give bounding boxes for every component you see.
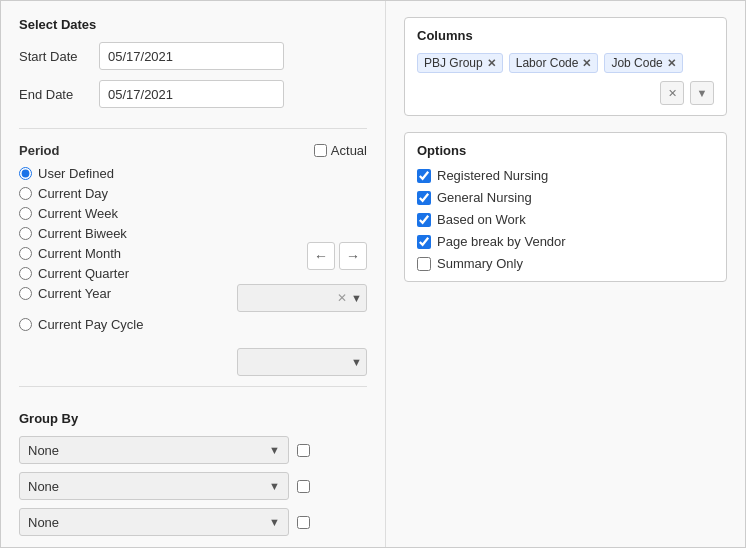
- radio-current-pay-cycle[interactable]: Current Pay Cycle: [19, 317, 237, 332]
- right-panel: Columns PBJ Group ✕ Labor Code ✕ Job Cod…: [386, 1, 745, 547]
- radio-current-week-label: Current Week: [38, 206, 118, 221]
- columns-section: Columns PBJ Group ✕ Labor Code ✕ Job Cod…: [404, 17, 727, 116]
- start-date-row: Start Date: [19, 42, 367, 70]
- group-by-select-2[interactable]: None ▼: [19, 472, 289, 500]
- radio-current-quarter-label: Current Quarter: [38, 266, 129, 281]
- option-general-nursing-label: General Nursing: [437, 190, 532, 205]
- tag-pbj-group: PBJ Group ✕: [417, 53, 503, 73]
- prev-button[interactable]: ←: [307, 242, 335, 270]
- radio-current-year-input[interactable]: [19, 287, 32, 300]
- period-left: User Defined Current Day Current Week: [19, 166, 237, 376]
- option-registered-nursing[interactable]: Registered Nursing: [417, 168, 714, 183]
- option-page-break-vendor-checkbox[interactable]: [417, 235, 431, 249]
- tag-labor-code: Labor Code ✕: [509, 53, 599, 73]
- radio-current-day-label: Current Day: [38, 186, 108, 201]
- quarter-dropdown[interactable]: ✕ ▼: [237, 284, 367, 312]
- group-by-chevron-3: ▼: [269, 516, 280, 528]
- tag-job-code-label: Job Code: [611, 56, 662, 70]
- group-by-value-2: None: [28, 479, 59, 494]
- period-section: Period Actual User Defined Curre: [19, 143, 367, 376]
- radio-user-defined-label: User Defined: [38, 166, 114, 181]
- main-container: Select Dates Start Date End Date Period …: [0, 0, 746, 548]
- tag-pbj-group-remove[interactable]: ✕: [487, 57, 496, 70]
- group-by-select-3[interactable]: None ▼: [19, 508, 289, 536]
- columns-dropdown-button[interactable]: ▼: [690, 81, 714, 105]
- divider-1: [19, 128, 367, 129]
- actual-checkbox[interactable]: [314, 144, 327, 157]
- option-based-on-work-label: Based on Work: [437, 212, 526, 227]
- start-date-label: Start Date: [19, 49, 99, 64]
- period-right: ← → ✕ ▼ ▼: [237, 166, 367, 376]
- radio-current-week-input[interactable]: [19, 207, 32, 220]
- group-by-title: Group By: [19, 411, 367, 426]
- pay-cycle-dropdown[interactable]: ▼: [237, 348, 367, 376]
- pay-cycle-dropdown-chevron[interactable]: ▼: [351, 356, 362, 368]
- radio-user-defined[interactable]: User Defined: [19, 166, 237, 181]
- radio-current-week[interactable]: Current Week: [19, 206, 237, 221]
- group-by-value-1: None: [28, 443, 59, 458]
- radio-current-pay-cycle-label: Current Pay Cycle: [38, 317, 143, 332]
- radio-current-day[interactable]: Current Day: [19, 186, 237, 201]
- next-button[interactable]: →: [339, 242, 367, 270]
- tag-labor-code-label: Labor Code: [516, 56, 579, 70]
- radio-current-day-input[interactable]: [19, 187, 32, 200]
- tag-job-code-remove[interactable]: ✕: [667, 57, 676, 70]
- option-general-nursing-checkbox[interactable]: [417, 191, 431, 205]
- option-registered-nursing-checkbox[interactable]: [417, 169, 431, 183]
- group-by-section: Group By None ▼ None ▼ None ▼: [19, 411, 367, 544]
- start-date-input[interactable]: [99, 42, 284, 70]
- tag-job-code: Job Code ✕: [604, 53, 682, 73]
- select-dates-title: Select Dates: [19, 17, 367, 32]
- radio-current-pay-cycle-input[interactable]: [19, 318, 32, 331]
- option-summary-only-checkbox[interactable]: [417, 257, 431, 271]
- option-registered-nursing-label: Registered Nursing: [437, 168, 548, 183]
- period-options: User Defined Current Day Current Week: [19, 166, 367, 376]
- columns-tags: PBJ Group ✕ Labor Code ✕ Job Code ✕: [417, 53, 714, 73]
- quarter-dropdown-x[interactable]: ✕: [337, 291, 347, 305]
- actual-text: Actual: [331, 143, 367, 158]
- option-page-break-vendor[interactable]: Page break by Vendor: [417, 234, 714, 249]
- radio-current-year[interactable]: Current Year: [19, 286, 237, 301]
- divider-2: [19, 386, 367, 387]
- left-panel: Select Dates Start Date End Date Period …: [1, 1, 386, 547]
- group-by-checkbox-3[interactable]: [297, 516, 310, 529]
- option-summary-only[interactable]: Summary Only: [417, 256, 714, 271]
- group-by-select-1[interactable]: None ▼: [19, 436, 289, 464]
- option-summary-only-label: Summary Only: [437, 256, 523, 271]
- tag-pbj-group-label: PBJ Group: [424, 56, 483, 70]
- radio-current-month-input[interactable]: [19, 247, 32, 260]
- group-by-row-1: None ▼: [19, 436, 367, 464]
- option-based-on-work-checkbox[interactable]: [417, 213, 431, 227]
- actual-label[interactable]: Actual: [314, 143, 367, 158]
- option-general-nursing[interactable]: General Nursing: [417, 190, 714, 205]
- columns-title: Columns: [417, 28, 714, 43]
- radio-current-quarter-input[interactable]: [19, 267, 32, 280]
- quarter-dropdown-chevron[interactable]: ▼: [351, 292, 362, 304]
- columns-controls: ✕ ▼: [417, 81, 714, 105]
- radio-current-biweek-label: Current Biweek: [38, 226, 127, 241]
- group-by-chevron-2: ▼: [269, 480, 280, 492]
- end-date-row: End Date: [19, 80, 367, 108]
- radio-current-biweek[interactable]: Current Biweek: [19, 226, 237, 241]
- tag-labor-code-remove[interactable]: ✕: [582, 57, 591, 70]
- end-date-input[interactable]: [99, 80, 284, 108]
- option-based-on-work[interactable]: Based on Work: [417, 212, 714, 227]
- group-by-chevron-1: ▼: [269, 444, 280, 456]
- period-header: Period Actual: [19, 143, 367, 158]
- end-date-label: End Date: [19, 87, 99, 102]
- options-list: Registered Nursing General Nursing Based…: [417, 168, 714, 271]
- radio-user-defined-input[interactable]: [19, 167, 32, 180]
- radio-current-quarter[interactable]: Current Quarter: [19, 266, 237, 281]
- group-by-checkbox-1[interactable]: [297, 444, 310, 457]
- columns-clear-button[interactable]: ✕: [660, 81, 684, 105]
- options-title: Options: [417, 143, 714, 158]
- option-page-break-vendor-label: Page break by Vendor: [437, 234, 566, 249]
- options-section: Options Registered Nursing General Nursi…: [404, 132, 727, 282]
- group-by-row-2: None ▼: [19, 472, 367, 500]
- radio-current-biweek-input[interactable]: [19, 227, 32, 240]
- nav-buttons: ← →: [307, 242, 367, 270]
- radio-current-month[interactable]: Current Month: [19, 246, 237, 261]
- group-by-checkbox-2[interactable]: [297, 480, 310, 493]
- radio-current-month-label: Current Month: [38, 246, 121, 261]
- radio-current-year-label: Current Year: [38, 286, 111, 301]
